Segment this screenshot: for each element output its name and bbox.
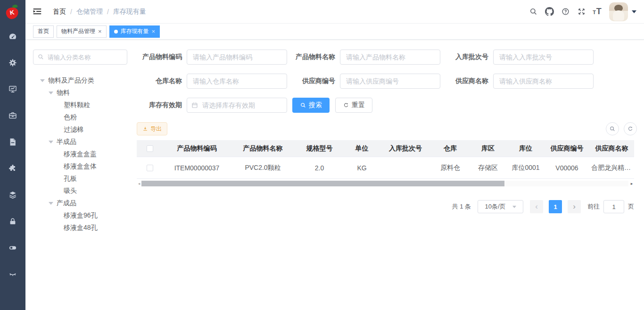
- category-search-input[interactable]: [33, 50, 127, 65]
- breadcrumb: 首页 / 仓储管理 / 库存现有量: [53, 8, 146, 16]
- search-button[interactable]: 搜索: [292, 98, 330, 113]
- tree-node-plastic-pellets[interactable]: 塑料颗粒: [25, 99, 137, 111]
- expiry-date-input[interactable]: [187, 98, 287, 113]
- field-label: 入库批次号: [443, 53, 488, 61]
- tree-node-filter-cotton[interactable]: 过滤棉: [25, 124, 137, 136]
- filter-form: 产品物料编码 产品物料名称 入库批次号 仓库名称 供应商编号 供应商名称 库存有…: [137, 50, 636, 113]
- tab-material-product[interactable]: 物料产品管理: [57, 25, 107, 38]
- tab-inventory-onhand[interactable]: 库存现有量: [109, 25, 160, 38]
- cell-zone: 存储区: [469, 164, 507, 172]
- horizontal-scrollbar[interactable]: [137, 180, 634, 187]
- scrollbar-thumb[interactable]: [141, 181, 504, 186]
- close-icon[interactable]: [152, 28, 156, 34]
- font-size-button[interactable]: [589, 4, 605, 20]
- table-search-toggle-button[interactable]: [606, 122, 619, 135]
- tree-node-finished[interactable]: 产成品: [25, 197, 137, 209]
- field-label: 库存有效期: [137, 101, 182, 109]
- close-icon[interactable]: [98, 28, 102, 34]
- search-icon: [609, 126, 616, 132]
- breadcrumb-home[interactable]: 首页: [53, 8, 66, 16]
- tree-node-tip[interactable]: 吸头: [25, 185, 137, 197]
- goto-page: 前往 页: [587, 200, 634, 213]
- column-header: 产品物料编码: [163, 144, 231, 153]
- tree-node-label: 产成品: [57, 199, 76, 208]
- page-size-select[interactable]: 10条/页: [478, 200, 523, 213]
- tree-node-semi-finished[interactable]: 半成品: [25, 136, 137, 148]
- cell-spec: 2.0: [295, 164, 344, 172]
- user-avatar[interactable]: [609, 2, 628, 21]
- help-button[interactable]: [557, 4, 573, 20]
- reset-button[interactable]: 重置: [335, 98, 372, 113]
- item-name-input[interactable]: [340, 50, 440, 65]
- caret-down-icon[interactable]: [49, 141, 53, 143]
- category-search: [33, 50, 127, 65]
- scrollbar-track[interactable]: [141, 181, 628, 186]
- sidebar-item-analytics[interactable]: [0, 84, 25, 94]
- field-supplier-code: 供应商编号: [290, 74, 443, 89]
- scroll-right-arrow-icon[interactable]: [629, 180, 634, 187]
- tree-node-label: 孔板: [64, 175, 77, 183]
- sidebar-item-plugins[interactable]: [0, 163, 25, 174]
- sidebar-item-dashboard[interactable]: [0, 31, 25, 42]
- reset-button-label: 重置: [352, 101, 365, 109]
- monitor-chart-icon: [8, 84, 17, 94]
- prev-page-button[interactable]: [530, 200, 543, 213]
- goto-page-input[interactable]: [603, 200, 624, 213]
- warehouse-name-input[interactable]: [187, 74, 287, 89]
- app-logo[interactable]: K: [0, 0, 25, 24]
- github-link[interactable]: [541, 4, 557, 20]
- pager: 1: [530, 200, 581, 213]
- fullscreen-button[interactable]: [573, 4, 589, 20]
- column-header: 规格型号: [295, 144, 344, 153]
- sidebar-item-production[interactable]: [0, 110, 25, 121]
- sidebar-item-switch[interactable]: [0, 243, 25, 253]
- tree-node-pigment[interactable]: 色粉: [25, 111, 137, 124]
- supplier-name-input[interactable]: [493, 74, 594, 89]
- tree-node-label: 移液盒96孔: [64, 211, 98, 220]
- column-header: 仓库: [431, 144, 469, 153]
- caret-down-icon[interactable]: [49, 92, 53, 94]
- row-checkbox[interactable]: [147, 165, 153, 171]
- github-icon: [545, 7, 554, 16]
- tree-node-box-body[interactable]: 移液盒盒体: [25, 160, 137, 173]
- tree-node-well-plate[interactable]: 孔板: [25, 173, 137, 185]
- export-button[interactable]: 导出: [137, 122, 167, 135]
- page-unit-label: 页: [628, 202, 634, 211]
- batch-no-input[interactable]: [493, 50, 594, 65]
- refresh-icon: [343, 102, 349, 109]
- sidebar-item-inventory[interactable]: [0, 190, 25, 200]
- filter-actions: 搜索 重置: [290, 98, 443, 113]
- tab-home[interactable]: 首页: [33, 25, 54, 38]
- supplier-code-input[interactable]: [340, 74, 440, 89]
- sidebar-item-settings[interactable]: [0, 58, 25, 68]
- next-page-button[interactable]: [568, 200, 581, 213]
- tab-label: 首页: [38, 27, 49, 35]
- app-sidebar: K: [0, 0, 25, 310]
- tree-node-label: 移液盒盒体: [64, 162, 97, 171]
- tree-node-box-lid[interactable]: 移液盒盒盖: [25, 148, 137, 160]
- user-menu-caret-icon[interactable]: [632, 10, 636, 13]
- sidebar-item-documents[interactable]: [0, 137, 25, 147]
- sidebar-item-monitoring[interactable]: [0, 269, 25, 279]
- header-actions: [525, 2, 644, 21]
- select-all-checkbox[interactable]: [147, 145, 153, 152]
- tree-node-box-48[interactable]: 移液盒48孔: [25, 222, 137, 234]
- collapse-sidebar-icon[interactable]: [32, 7, 42, 17]
- page-number-1[interactable]: 1: [549, 200, 562, 213]
- field-label: 供应商名称: [443, 77, 488, 85]
- scroll-left-arrow-icon[interactable]: [137, 180, 141, 187]
- caret-down-icon[interactable]: [40, 79, 45, 82]
- tree-node-root[interactable]: 物料及产品分类: [25, 75, 137, 87]
- tree-node-materials[interactable]: 物料: [25, 87, 137, 99]
- active-dot-icon: [114, 30, 118, 34]
- caret-down-icon[interactable]: [49, 202, 53, 205]
- calendar-icon: [191, 101, 198, 109]
- table-refresh-button[interactable]: [624, 122, 637, 135]
- sidebar-item-security[interactable]: [0, 216, 25, 226]
- table-row[interactable]: ITEM00000037 PVC2.0颗粒 2.0 KG 原料仓 存储区 库位0…: [137, 157, 634, 179]
- tree-node-label: 半成品: [57, 138, 76, 146]
- item-code-input[interactable]: [187, 50, 287, 65]
- tree-node-box-96[interactable]: 移液盒96孔: [25, 209, 137, 222]
- header-search-button[interactable]: [525, 4, 541, 20]
- top-header: 首页 / 仓储管理 / 库存现有量: [25, 0, 644, 24]
